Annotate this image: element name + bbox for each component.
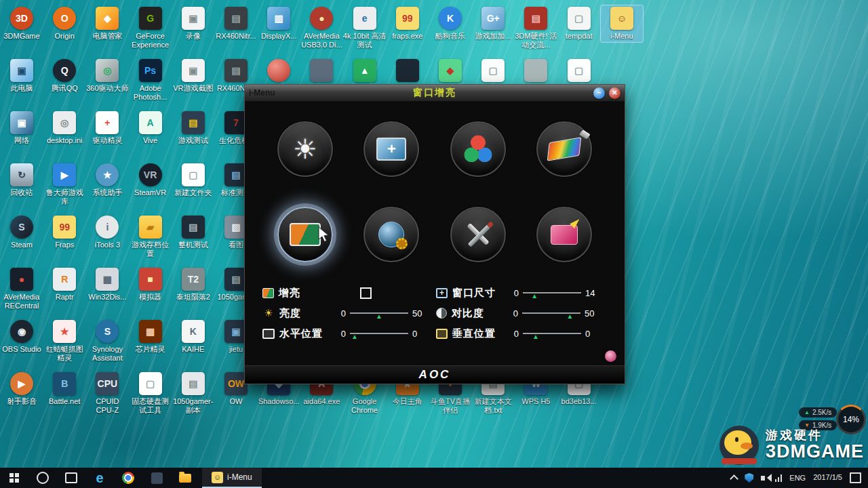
desktop-icon-整机测试[interactable]: ▤整机测试 [172,214,214,251]
brightness-slider-thumb[interactable]: ▲ [376,313,382,319]
contrast-slider-thumb[interactable]: ▲ [567,313,574,319]
cortana-search-button[interactable] [28,468,57,488]
desktop-icon-DisplayX...[interactable]: ▥DisplayX... [258,5,300,42]
color-boost-button[interactable] [536,121,592,177]
desktop-icon-4k 10bit 高清测试[interactable]: e4k 10bit 高清测试 [344,5,386,51]
app-icon: ▦ [96,268,119,291]
desktop-icon[interactable]: ▲ [344,58,386,85]
desktop-icon-Adobe Photosh...[interactable]: PsAdobe Photosh... [130,58,172,103]
desktop-icon-射手影音[interactable]: ▶射手影音 [1,371,43,407]
chrome-browser-button[interactable] [114,468,142,488]
desktop-icon-fraps.exe[interactable]: 99fraps.exe [387,5,429,42]
defender-shield-icon[interactable] [745,473,753,483]
taskbar-imenu-button[interactable]: i-Menu [202,468,262,488]
desktop-icon-i-Menu[interactable]: ☺i-Menu [601,5,643,42]
tools-settings-button[interactable] [450,207,506,262]
desktop-icon-固态硬盘测试工具[interactable]: ▢固态硬盘测试工具 [130,371,172,416]
desktop-icon-泰坦陨落2[interactable]: T2泰坦陨落2 [172,266,214,303]
window-size-slider[interactable]: ▲ [523,292,581,293]
desktop-icon[interactable] [387,58,429,85]
file-explorer-button[interactable] [171,468,199,488]
v-position-slider[interactable]: ▲ [523,333,581,334]
contrast-slider[interactable]: ▲ [522,312,580,314]
desktop-icon-AVerMedia USB3.0 Di...[interactable]: ●AVerMedia USB3.0 Di... [300,5,342,51]
desktop-icon-3DM硬件! 活动交流...[interactable]: ▤3DM硬件! 活动交流... [515,5,557,51]
desktop-icon-Battle.net[interactable]: BBattle.net [43,371,85,407]
brighten-checkbox[interactable] [360,287,372,299]
network-icon[interactable] [775,474,782,482]
desktop-icon-tempdat[interactable]: ▢tempdat [558,5,600,42]
desktop-icon[interactable]: ◆ [429,58,471,85]
desktop-icon-GeForce Experience[interactable]: GGeForce Experience [130,5,172,51]
desktop-icon-腾讯QQ[interactable]: Q腾讯QQ [43,58,85,94]
desktop-icon-鲁大师游戏库[interactable]: ▶鲁大师游戏库 [43,162,85,207]
desktop-icon-游戏存档位置[interactable]: ▰游戏存档位置 [130,214,172,260]
minimize-button[interactable]: – [593,87,605,99]
desktop-icon-OBS Studio[interactable]: ◉OBS Studio [1,319,43,355]
usage-gauge-widget[interactable]: 14% [836,405,866,434]
color-setup-button[interactable] [450,121,506,177]
desktop-icon-RX460Nitr...[interactable]: ▤RX460Nitr... [215,5,257,42]
v-position-slider-thumb[interactable]: ▲ [532,333,539,340]
desktop-icon-label: VR游戏截图 [172,84,215,93]
desktop-icon[interactable] [515,58,557,85]
desktop-icon-1050gamer-副本[interactable]: ▤1050gamer-副本 [172,371,214,416]
desktop-icon-AVerMedia RECentral[interactable]: ●AVerMedia RECentral [1,266,43,312]
desktop-icon-系统助手[interactable]: ★系统助手 [86,162,128,199]
window-size-slider-thumb[interactable]: ▲ [531,293,538,299]
desktop-icon-游戏测试[interactable]: ▤游戏测试 [172,110,214,146]
desktop-icon-模拟器[interactable]: ■模拟器 [130,266,172,303]
desktop-icon[interactable]: ▢ [472,58,514,85]
desktop-icon-回收站[interactable]: ↻回收站 [1,162,43,199]
desktop-icon-Origin[interactable]: OOrigin [43,5,85,42]
desktop-icon-红蜻蜓抓图精灵[interactable]: ★红蜻蜓抓图精灵 [43,319,85,364]
h-position-slider-thumb[interactable]: ▲ [351,333,358,340]
edge-browser-button[interactable] [85,468,114,488]
desktop-icon-驱动精灵[interactable]: +驱动精灵 [86,110,128,146]
desktop-icon-Raptr[interactable]: RRaptr [43,266,85,303]
desktop-icon-Win32Dis...[interactable]: ▦Win32Dis... [86,266,128,303]
tray-expand-chevron-icon[interactable] [730,474,738,483]
volume-icon[interactable] [761,476,765,481]
online-service-button[interactable] [363,207,419,262]
desktop-icon-SteamVR[interactable]: VRSteamVR [130,162,172,199]
desktop-icon-Vive[interactable]: AVive [130,110,172,146]
desktop-icon-desktop.ini[interactable]: ◎desktop.ini [43,110,85,146]
desktop-icon-Steam[interactable]: SSteam [1,214,43,251]
screen-position-button[interactable] [363,121,419,177]
desktop-icon[interactable] [300,58,342,85]
start-button[interactable] [0,468,28,488]
desktop-icon[interactable] [258,58,300,85]
desktop-icon-360驱动大师[interactable]: ◎360驱动大师 [86,58,128,94]
app-icon: ▣ [10,111,33,134]
desktop-icon-Synology Assistant[interactable]: SSynology Assistant [86,319,128,364]
close-button[interactable]: ✕ [609,87,620,99]
desktop-icon-新建文件夹[interactable]: ▢新建文件夹 [172,162,214,199]
desktop-icon-网络[interactable]: ▣网络 [1,110,43,146]
desktop-icon-芯片精灵[interactable]: ▦芯片精灵 [130,319,172,355]
desktop-icon-3DMGame[interactable]: 3D3DMGame [1,5,43,42]
desktop-icon-电脑管家[interactable]: ◆电脑管家 [86,5,128,42]
tray-clock[interactable]: 2017/1/5 [813,473,842,482]
h-position-slider[interactable]: ▲ [350,333,408,334]
desktop-icon-KAIHE[interactable]: KKAIHE [172,319,214,355]
desktop-icon-酷狗音乐[interactable]: K酷狗音乐 [429,5,471,42]
desktop-icon-录像[interactable]: ▣录像 [172,5,214,42]
desktop-icon-CPUID CPU-Z[interactable]: CPUCPUID CPU-Z [86,371,128,416]
v-position-row: 垂直位置0▲0 [436,323,620,344]
pinned-app-button[interactable] [142,468,171,488]
brighten-icon [262,288,274,298]
esaver-button[interactable] [536,207,592,262]
desktop-icon-VR游戏截图[interactable]: ▣VR游戏截图 [172,58,214,94]
brightness-button[interactable]: ☀ [277,121,333,177]
imenu-titlebar[interactable]: i-Menu 窗口增亮 – ✕ [245,85,625,102]
desktop-icon-此电脑[interactable]: ▣此电脑 [1,58,43,94]
tray-language[interactable]: ENG [789,474,806,482]
desktop-icon-游戏加加...[interactable]: G+游戏加加... [472,5,514,42]
desktop-icon-iTools 3[interactable]: iiTools 3 [86,214,128,251]
desktop-icon[interactable]: ▢ [558,58,600,85]
task-view-button[interactable] [57,468,85,488]
brightness-slider[interactable]: ▲ [350,312,408,314]
desktop-icon-Fraps[interactable]: 99Fraps [43,214,85,251]
action-center-icon[interactable] [850,472,861,483]
